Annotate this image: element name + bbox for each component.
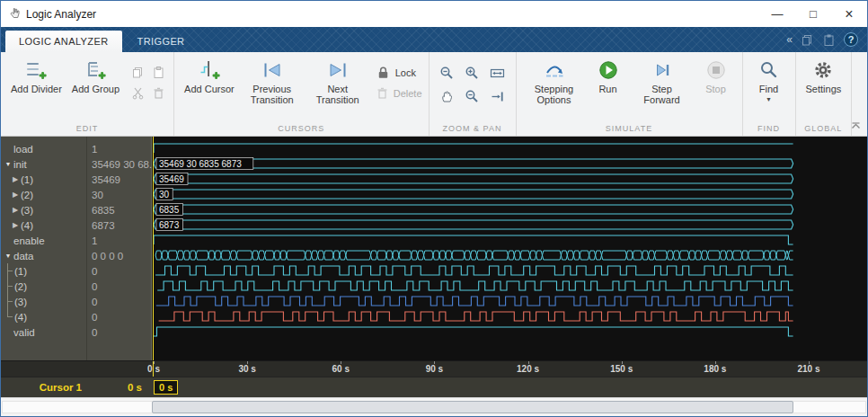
axis-tick-label: 210 s xyxy=(797,364,819,374)
expand-expander-icon[interactable]: ▶ xyxy=(10,221,21,229)
fit-view-icon xyxy=(490,66,505,81)
waveform-area[interactable]: load1▼init35469 30 68...▶(1)35469▶(2)30▶… xyxy=(1,137,867,360)
help-icon[interactable]: ? xyxy=(844,32,858,47)
cursor-1-flag[interactable]: 0 s xyxy=(154,380,178,395)
signal-row-1[interactable]: (1)0 xyxy=(1,263,152,279)
maximize-button[interactable]: □ xyxy=(795,1,831,27)
run-label: Run xyxy=(598,84,616,94)
signal-value: 1 xyxy=(86,141,152,156)
signal-row-4[interactable]: ▶(4)6873 xyxy=(1,217,152,233)
next-transition-button[interactable]: Next Transition xyxy=(306,56,369,107)
close-button[interactable]: × xyxy=(831,1,867,27)
wave-3-2 xyxy=(154,190,793,199)
delete-cursor-label: Delete xyxy=(394,88,422,99)
signal-value: 6835 xyxy=(86,202,152,217)
signal-name: (4) xyxy=(14,312,27,323)
delete-cursor-button[interactable]: Delete xyxy=(376,86,422,100)
settings-button[interactable]: Settings xyxy=(802,56,846,96)
signal-name: load xyxy=(13,144,33,155)
find-button[interactable]: Find ▼ xyxy=(749,56,789,104)
step-forward-icon xyxy=(651,58,673,82)
time-axis: 0 s30 s60 s90 s120 s150 s180 s210 s xyxy=(1,360,867,377)
paste-button[interactable] xyxy=(149,63,167,81)
title-bar: Logic Analyzer — □ × xyxy=(1,1,867,27)
run-button[interactable]: Run xyxy=(589,56,628,96)
signal-row-valid[interactable]: valid0 xyxy=(1,324,152,340)
signal-name: data xyxy=(13,251,33,262)
horizontal-scrollbar-thumb[interactable] xyxy=(152,401,793,413)
fit-view-button[interactable] xyxy=(486,62,509,84)
wave-0-load xyxy=(154,144,793,153)
zoom-in-button[interactable] xyxy=(461,62,484,84)
add-divider-button[interactable]: Add Divider xyxy=(7,56,66,96)
lock-button[interactable]: Lock xyxy=(376,65,422,80)
copy-button[interactable] xyxy=(128,63,146,81)
section-global: Settings GLOBAL xyxy=(796,52,853,136)
add-group-button[interactable]: Add Group xyxy=(68,56,123,96)
zoom-to-end-button[interactable] xyxy=(486,85,509,107)
add-cursor-label: Add Cursor xyxy=(184,84,235,94)
signal-row-1[interactable]: ▶(1)35469 xyxy=(1,172,152,187)
signal-value: 0 xyxy=(86,263,152,279)
section-label-edit: EDIT xyxy=(1,122,173,136)
expand-expander-icon[interactable]: ▶ xyxy=(10,206,21,214)
tab-logic-analyzer[interactable]: LOGIC ANALYZER xyxy=(5,31,122,52)
signal-row-load[interactable]: load1 xyxy=(1,141,152,156)
quick-access-chevron-icon[interactable]: « xyxy=(786,33,793,46)
step-forward-button[interactable]: Step Forward xyxy=(631,56,694,107)
signal-row-data[interactable]: ▼data0 0 0 0 xyxy=(1,248,152,263)
stepping-options-icon xyxy=(544,58,565,82)
axis-tick-label: 150 s xyxy=(610,364,633,374)
zoom-out-icon xyxy=(465,89,480,104)
cursor-bar: Cursor 1 0 s 0 s xyxy=(1,377,867,397)
cut-button[interactable] xyxy=(128,84,146,102)
signal-row-3[interactable]: (3)0 xyxy=(1,294,152,309)
cursor-1-value: 0 s xyxy=(86,377,142,397)
signal-value: 0 0 0 0 xyxy=(86,248,152,263)
stepping-options-label: Stepping Options xyxy=(527,84,582,105)
find-icon xyxy=(759,58,779,82)
axis-tick-label: 60 s xyxy=(332,364,350,374)
axis-tick-label: 180 s xyxy=(704,364,726,374)
previous-transition-icon xyxy=(261,58,283,82)
find-label: Find xyxy=(759,84,778,94)
add-cursor-button[interactable]: Add Cursor xyxy=(181,56,238,96)
collapse-expander-icon[interactable]: ▼ xyxy=(3,253,13,259)
expand-expander-icon[interactable]: ▶ xyxy=(10,191,21,199)
signal-row-3[interactable]: ▶(3)6835 xyxy=(1,202,152,217)
section-simulate: Stepping Options Run xyxy=(517,52,743,136)
signal-row-4[interactable]: (4)0 xyxy=(1,309,152,324)
toolbar-filler xyxy=(852,52,867,136)
copy-icon[interactable] xyxy=(801,33,814,47)
collapse-toolstrip-button[interactable] xyxy=(851,117,861,133)
zoom-in-x-button[interactable] xyxy=(436,62,459,84)
previous-transition-button[interactable]: Previous Transition xyxy=(241,56,304,107)
previous-transition-label: Previous Transition xyxy=(244,84,300,105)
cursor-1-line[interactable] xyxy=(153,137,154,360)
signal-row-2[interactable]: ▶(2)30 xyxy=(1,187,152,202)
paste-icon[interactable] xyxy=(822,33,836,47)
add-group-icon xyxy=(84,58,106,82)
signal-row-2[interactable]: (2)0 xyxy=(1,279,152,294)
tab-trigger[interactable]: TRIGGER xyxy=(124,31,199,52)
signal-row-init[interactable]: ▼init35469 30 68... xyxy=(1,156,152,172)
collapse-expander-icon[interactable]: ▼ xyxy=(3,161,13,167)
signal-value: 0 xyxy=(86,324,152,340)
add-divider-icon xyxy=(25,58,47,82)
zoom-out-button[interactable] xyxy=(461,85,484,107)
stop-button[interactable]: Stop xyxy=(696,56,736,96)
signal-row-enable[interactable]: enable1 xyxy=(1,233,152,248)
pan-button[interactable] xyxy=(436,85,459,107)
signal-value: 0 xyxy=(86,309,152,324)
delete-button[interactable] xyxy=(149,84,167,102)
stepping-options-button[interactable]: Stepping Options xyxy=(523,56,586,107)
minimize-button[interactable]: — xyxy=(759,1,795,27)
waveform-canvas[interactable]: 35469 30 6835 6873354693068356873 xyxy=(152,137,867,360)
signal-value: 1 xyxy=(86,233,152,248)
signal-name: init xyxy=(13,159,27,170)
collapse-toolstrip-icon xyxy=(851,122,861,129)
pan-hand-icon xyxy=(439,89,455,104)
app-icon xyxy=(7,7,21,21)
cursor-1-name: Cursor 1 xyxy=(1,377,82,397)
expand-expander-icon[interactable]: ▶ xyxy=(10,175,21,183)
